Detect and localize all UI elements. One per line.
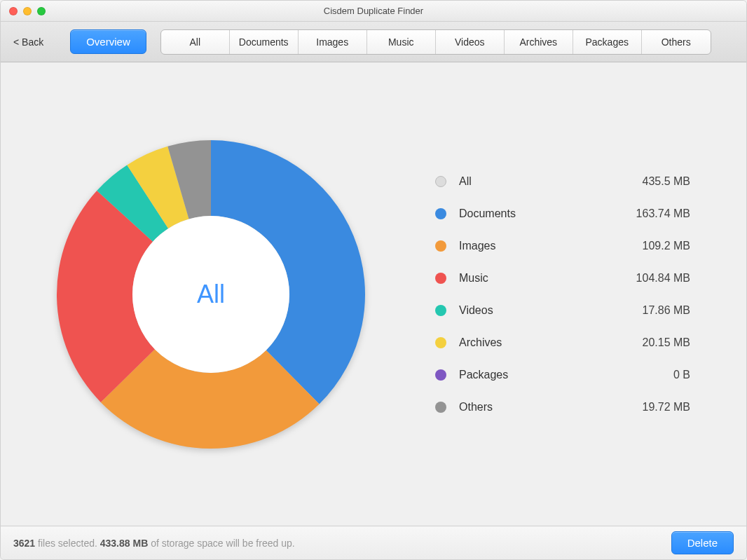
legend-name: Packages [459, 369, 613, 381]
legend-size: 104.84 MB [613, 272, 690, 285]
legend-size: 0 B [613, 369, 690, 381]
swatch-icon [435, 208, 446, 219]
footer-text2: of storage space will be freed up. [148, 538, 294, 549]
legend-row-documents[interactable]: Documents163.74 MB [435, 198, 690, 230]
legend-size: 19.72 MB [613, 401, 690, 414]
swatch-icon [435, 337, 446, 348]
legend-name: Others [459, 401, 613, 414]
tab-all[interactable]: All [161, 30, 230, 54]
legend-row-archives[interactable]: Archives20.15 MB [435, 327, 690, 359]
legend-row-images[interactable]: Images109.2 MB [435, 230, 690, 262]
donut-chart: All [50, 133, 372, 456]
legend-size: 20.15 MB [613, 336, 690, 349]
legend-row-packages[interactable]: Packages0 B [435, 359, 690, 391]
legend-name: Documents [459, 207, 613, 220]
swatch-icon [435, 305, 446, 316]
swatch-icon [435, 240, 446, 252]
swatch-icon [435, 176, 446, 187]
freed-size: 433.88 MB [100, 538, 148, 549]
legend-row-others[interactable]: Others19.72 MB [435, 391, 690, 423]
toolbar: < Back Overview All Documents Images Mus… [1, 22, 746, 62]
chart-area: All [1, 62, 421, 526]
legend: All435.5 MBDocuments163.74 MBImages109.2… [421, 62, 746, 526]
swatch-icon [435, 273, 446, 284]
legend-row-videos[interactable]: Videos17.86 MB [435, 294, 690, 327]
footer-text1: files selected. [35, 538, 100, 549]
legend-name: Videos [459, 304, 613, 317]
tab-archives[interactable]: Archives [505, 30, 573, 54]
donut-center: All [141, 224, 281, 364]
footer-text: 3621 files selected. 433.88 MB of storag… [13, 538, 295, 549]
tab-music[interactable]: Music [367, 30, 436, 54]
window-title: Cisdem Duplicate Finder [1, 6, 746, 16]
swatch-icon [435, 402, 446, 413]
legend-name: Music [459, 272, 613, 285]
legend-size: 17.86 MB [613, 304, 690, 317]
tab-documents[interactable]: Documents [230, 30, 299, 54]
legend-row-all[interactable]: All435.5 MB [435, 165, 690, 198]
overview-button[interactable]: Overview [70, 29, 146, 54]
legend-row-music[interactable]: Music104.84 MB [435, 262, 690, 294]
back-button[interactable]: < Back [11, 32, 46, 52]
legend-name: Archives [459, 336, 613, 349]
delete-button[interactable]: Delete [671, 531, 734, 554]
titlebar: Cisdem Duplicate Finder [1, 1, 746, 22]
footer: 3621 files selected. 433.88 MB of storag… [1, 526, 746, 559]
tab-others[interactable]: Others [642, 30, 711, 54]
swatch-icon [435, 369, 446, 381]
legend-size: 435.5 MB [613, 175, 690, 188]
tab-images[interactable]: Images [299, 30, 367, 54]
selected-count: 3621 [13, 538, 35, 549]
content-area: All All435.5 MBDocuments163.74 MBImages1… [1, 62, 746, 526]
donut-label: All [197, 280, 225, 309]
legend-name: Images [459, 240, 613, 252]
app-window: Cisdem Duplicate Finder < Back Overview … [0, 0, 747, 560]
tab-packages[interactable]: Packages [573, 30, 642, 54]
tab-videos[interactable]: Videos [436, 30, 505, 54]
category-tabs: All Documents Images Music Videos Archiv… [160, 29, 711, 55]
legend-name: All [459, 175, 613, 188]
legend-size: 163.74 MB [613, 207, 690, 220]
legend-size: 109.2 MB [613, 240, 690, 252]
